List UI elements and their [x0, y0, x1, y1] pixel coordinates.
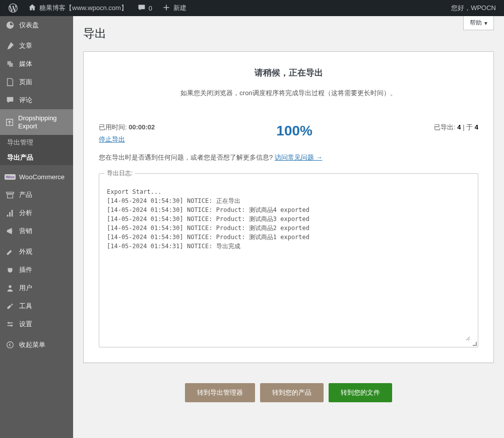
sidebar-item-label: 分析	[19, 208, 32, 217]
sidebar-item-label: 评论	[19, 96, 32, 105]
sidebar-item-settings[interactable]: 设置	[0, 315, 73, 333]
svg-point-1	[8, 322, 10, 324]
sidebar-item-plugins[interactable]: 插件	[0, 261, 73, 279]
sidebar-item-label: 收起菜单	[19, 340, 45, 349]
sidebar-item-tools[interactable]: 工具	[0, 297, 73, 315]
faq-link[interactable]: 访问常见问题 →	[275, 154, 323, 161]
plugin-icon	[5, 265, 15, 275]
sidebar-item-label: 页面	[19, 78, 32, 87]
export-log-box: 导出日志: Export Start... [14-05-2024 01:54:…	[99, 173, 478, 347]
panel-title: 请稍候，正在导出	[99, 67, 478, 79]
sidebar-item-label: WooCommerce	[19, 173, 65, 181]
sidebar-item-label: 产品	[19, 190, 32, 199]
svg-point-2	[11, 325, 13, 327]
stop-export-link[interactable]: 停止导出	[99, 135, 125, 143]
greeting-text: 您好，WPOCN	[451, 4, 496, 13]
submenu-item-export-manage[interactable]: 导出管理	[0, 135, 73, 150]
log-label: 导出日志:	[104, 169, 135, 178]
log-content: Export Start... [14-05-2024 01:54:30] NO…	[107, 180, 470, 341]
user-icon	[5, 283, 15, 293]
go-to-products-button[interactable]: 转到您的产品	[260, 383, 324, 402]
sidebar-item-label: 媒体	[19, 59, 32, 68]
tools-icon	[5, 301, 15, 311]
wp-logo[interactable]	[4, 0, 22, 16]
help-label: 帮助	[470, 19, 482, 27]
comment-icon	[138, 4, 146, 13]
elapsed-time: 已用时间: 00:00:02	[99, 123, 155, 132]
sidebar-item-dropshipping-export[interactable]: Dropshipping Export	[0, 109, 73, 135]
dashboard-icon	[5, 20, 15, 30]
panel-note: 如果您关闭浏览器，cron调度程序将完成导出过程（这将需要更长时间）。	[99, 89, 478, 98]
go-to-file-button[interactable]: 转到您的文件	[329, 383, 392, 402]
exported-count: 已导出: 4 | 于 4	[434, 123, 478, 132]
sidebar-item-label: 营销	[19, 227, 32, 236]
appearance-icon	[5, 247, 15, 257]
settings-icon	[5, 319, 15, 329]
chevron-down-icon: ▾	[484, 20, 487, 27]
home-icon	[28, 4, 36, 13]
comment-icon	[5, 95, 15, 105]
svg-point-3	[7, 342, 14, 348]
sidebar-item-label: 用户	[19, 283, 32, 293]
new-label: 新建	[173, 4, 186, 13]
account-link[interactable]: 您好，WPOCN	[447, 0, 500, 16]
sidebar-item-label: 工具	[19, 302, 32, 311]
resize-handle[interactable]	[471, 340, 477, 346]
submenu-item-export-products[interactable]: 导出产品	[0, 150, 73, 165]
sidebar-item-label: Dropshipping Export	[18, 114, 68, 130]
sidebar-item-label: 设置	[19, 320, 32, 329]
analytics-icon	[5, 208, 15, 218]
plus-icon	[162, 4, 170, 13]
sidebar-item-analytics[interactable]: 分析	[0, 204, 73, 222]
action-buttons: 转到导出管理器 转到您的产品 转到您的文件	[83, 383, 494, 402]
page-title: 导出	[83, 21, 494, 51]
page-icon	[5, 77, 15, 87]
sidebar-item-products[interactable]: 产品	[0, 186, 73, 204]
sidebar-item-label: 文章	[19, 41, 32, 50]
sidebar-item-label: 插件	[19, 265, 32, 274]
woo-icon: Woo	[5, 172, 15, 182]
product-icon	[5, 190, 15, 200]
sidebar-item-woocommerce[interactable]: Woo WooCommerce	[0, 168, 73, 186]
faq-row: 您在导出时是否遇到任何问题，或者您是否想了解更多信息? 访问常见问题 →	[99, 153, 478, 162]
admin-bar: 糖果博客【www.wpocn.com】 0 新建 您好，WPOCN	[0, 0, 504, 16]
comments-link[interactable]: 0	[134, 0, 156, 16]
go-to-manager-button[interactable]: 转到导出管理器	[185, 383, 255, 402]
comment-count: 0	[149, 5, 152, 12]
sidebar-item-media[interactable]: 媒体	[0, 55, 73, 73]
sidebar-submenu: 导出管理 导出产品	[0, 135, 73, 165]
sidebar-item-dashboard[interactable]: 仪表盘	[0, 16, 73, 34]
main-content: 帮助 ▾ 导出 请稍候，正在导出 如果您关闭浏览器，cron调度程序将完成导出过…	[73, 16, 504, 438]
pin-icon	[5, 41, 15, 51]
sidebar-item-label: 外观	[19, 247, 32, 256]
marketing-icon	[5, 226, 15, 236]
new-content-link[interactable]: 新建	[158, 0, 191, 16]
progress-percent: 100%	[155, 123, 434, 139]
export-panel: 请稍候，正在导出 如果您关闭浏览器，cron调度程序将完成导出过程（这将需要更长…	[83, 51, 494, 363]
wordpress-icon	[8, 3, 18, 13]
sidebar-item-marketing[interactable]: 营销	[0, 222, 73, 240]
collapse-icon	[5, 340, 15, 350]
sidebar-item-appearance[interactable]: 外观	[0, 243, 73, 261]
sidebar-item-posts[interactable]: 文章	[0, 37, 73, 55]
sidebar-item-pages[interactable]: 页面	[0, 73, 73, 91]
svg-point-0	[9, 285, 11, 288]
site-title: 糖果博客【www.wpocn.com】	[39, 4, 128, 13]
sidebar-item-label: 仪表盘	[19, 21, 39, 30]
help-tab[interactable]: 帮助 ▾	[463, 16, 494, 30]
admin-sidebar: 仪表盘 文章 媒体 页面 评论 Dropshipping Export 导出管理…	[0, 16, 73, 438]
site-name-link[interactable]: 糖果博客【www.wpocn.com】	[24, 0, 132, 16]
export-icon	[5, 117, 14, 127]
media-icon	[5, 59, 15, 69]
sidebar-item-users[interactable]: 用户	[0, 279, 73, 297]
sidebar-item-comments[interactable]: 评论	[0, 91, 73, 109]
progress-row: 已用时间: 00:00:02 停止导出 100% 已导出: 4 | 于 4	[99, 123, 478, 144]
sidebar-item-collapse[interactable]: 收起菜单	[0, 336, 73, 354]
